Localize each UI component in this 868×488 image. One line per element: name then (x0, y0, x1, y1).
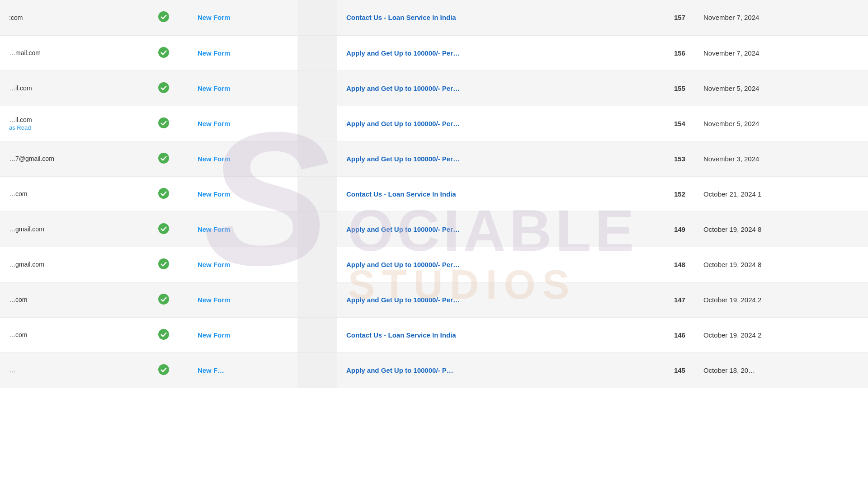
page-title-text: Apply and Get Up to 100000/- Per… (346, 49, 460, 57)
entry-id-text: 147 (674, 296, 685, 304)
email-text: … (9, 366, 15, 374)
table-row: …com New FormApply and Get Up to 100000/… (0, 282, 868, 317)
status-cell (139, 141, 189, 176)
form-cell[interactable]: New Form (189, 70, 297, 106)
form-link[interactable]: New Form (198, 225, 231, 233)
form-cell[interactable]: New F… (189, 352, 297, 388)
email-text: :com (9, 14, 23, 21)
page-title-text: Apply and Get Up to 100000/- Per… (346, 261, 460, 268)
entry-id-cell: 148 (635, 247, 694, 282)
date-text: October 19, 2024 8 (703, 261, 761, 268)
form-cell[interactable]: New Form (189, 0, 297, 35)
form-cell[interactable]: New Form (189, 141, 297, 176)
date-cell: November 7, 2024 (694, 0, 868, 35)
page-title-text: Contact Us - Loan Service In India (346, 331, 456, 339)
date-text: November 7, 2024 (703, 14, 759, 21)
page-title-cell: Apply and Get Up to 100000/- Per… (337, 70, 635, 106)
form-cell[interactable]: New Form (189, 35, 297, 70)
date-cell: November 7, 2024 (694, 35, 868, 70)
page-title-text: Apply and Get Up to 100000/- P… (346, 366, 453, 374)
divider-cell (297, 317, 337, 352)
entry-id-text: 154 (674, 120, 685, 127)
mark-as-read-link[interactable]: as Read (9, 124, 130, 131)
status-cell (139, 352, 189, 388)
form-link[interactable]: New F… (198, 366, 224, 374)
form-link[interactable]: New Form (198, 49, 231, 57)
form-cell[interactable]: New Form (189, 211, 297, 247)
form-link[interactable]: New Form (198, 120, 231, 127)
page-title-cell: Apply and Get Up to 100000/- Per… (337, 141, 635, 176)
page-title-cell: Apply and Get Up to 100000/- Per… (337, 247, 635, 282)
date-text: October 19, 2024 2 (703, 331, 761, 339)
entry-id-text: 146 (674, 331, 685, 339)
table-row: …il.com New FormApply and Get Up to 1000… (0, 70, 868, 106)
status-cell (139, 106, 189, 141)
form-cell[interactable]: New Form (189, 282, 297, 317)
page-title-cell: Apply and Get Up to 100000/- P… (337, 352, 635, 388)
table-row: … New F…Apply and Get Up to 100000/- P…1… (0, 352, 868, 388)
status-cell (139, 247, 189, 282)
date-cell: November 5, 2024 (694, 70, 868, 106)
check-icon (158, 47, 170, 58)
table-container: :com New FormContact Us - Loan Service I… (0, 0, 868, 488)
form-cell[interactable]: New Form (189, 317, 297, 352)
entry-id-cell: 152 (635, 176, 694, 211)
form-cell[interactable]: New Form (189, 247, 297, 282)
email-cell: …mail.com (0, 35, 139, 70)
form-link[interactable]: New Form (198, 155, 231, 163)
page-title-text: Apply and Get Up to 100000/- Per… (346, 84, 460, 92)
email-cell: …gmail.com (0, 247, 139, 282)
table-row: …com New FormContact Us - Loan Service I… (0, 317, 868, 352)
divider-cell (297, 352, 337, 388)
check-icon (158, 188, 170, 199)
entry-id-cell: 155 (635, 70, 694, 106)
divider-cell (297, 0, 337, 35)
table-row: :com New FormContact Us - Loan Service I… (0, 0, 868, 35)
page-title-cell: Contact Us - Loan Service In India (337, 317, 635, 352)
date-cell: October 21, 2024 1 (694, 176, 868, 211)
date-text: October 21, 2024 1 (703, 190, 761, 198)
form-link[interactable]: New Form (198, 84, 231, 92)
divider-cell (297, 106, 337, 141)
status-cell (139, 282, 189, 317)
divider-cell (297, 247, 337, 282)
form-link[interactable]: New Form (198, 296, 231, 304)
page-title-cell: Apply and Get Up to 100000/- Per… (337, 211, 635, 247)
form-link[interactable]: New Form (198, 190, 231, 198)
svg-point-5 (158, 188, 169, 199)
form-link[interactable]: New Form (198, 14, 231, 21)
check-icon (158, 258, 170, 270)
form-link[interactable]: New Form (198, 261, 231, 268)
page-title-cell: Apply and Get Up to 100000/- Per… (337, 35, 635, 70)
svg-point-3 (158, 117, 169, 128)
check-icon (158, 11, 170, 23)
email-cell: …com (0, 317, 139, 352)
date-text: October 18, 20… (703, 366, 755, 374)
page-title-cell: Apply and Get Up to 100000/- Per… (337, 282, 635, 317)
page-title-text: Apply and Get Up to 100000/- Per… (346, 296, 460, 304)
check-icon (158, 152, 170, 164)
email-text: …mail.com (9, 49, 41, 56)
email-text: …7@gmail.com (9, 155, 54, 162)
svg-point-1 (158, 47, 169, 58)
date-cell: October 18, 20… (694, 352, 868, 388)
page-title-cell: Apply and Get Up to 100000/- Per… (337, 106, 635, 141)
divider-cell (297, 211, 337, 247)
email-cell: …com (0, 282, 139, 317)
email-cell: …il.com (0, 70, 139, 106)
divider-cell (297, 282, 337, 317)
email-cell: …gmail.com (0, 211, 139, 247)
email-cell: …com (0, 176, 139, 211)
email-cell: …il.comas Read (0, 106, 139, 141)
entry-id-text: 153 (674, 155, 685, 163)
email-text: …il.com (9, 84, 32, 92)
entry-id-cell: 154 (635, 106, 694, 141)
form-cell[interactable]: New Form (189, 176, 297, 211)
status-cell (139, 211, 189, 247)
entry-id-cell: 145 (635, 352, 694, 388)
form-link[interactable]: New Form (198, 331, 231, 339)
form-cell[interactable]: New Form (189, 106, 297, 141)
page-title-text: Apply and Get Up to 100000/- Per… (346, 155, 460, 163)
page-title-text: Apply and Get Up to 100000/- Per… (346, 120, 460, 127)
email-cell: …7@gmail.com (0, 141, 139, 176)
